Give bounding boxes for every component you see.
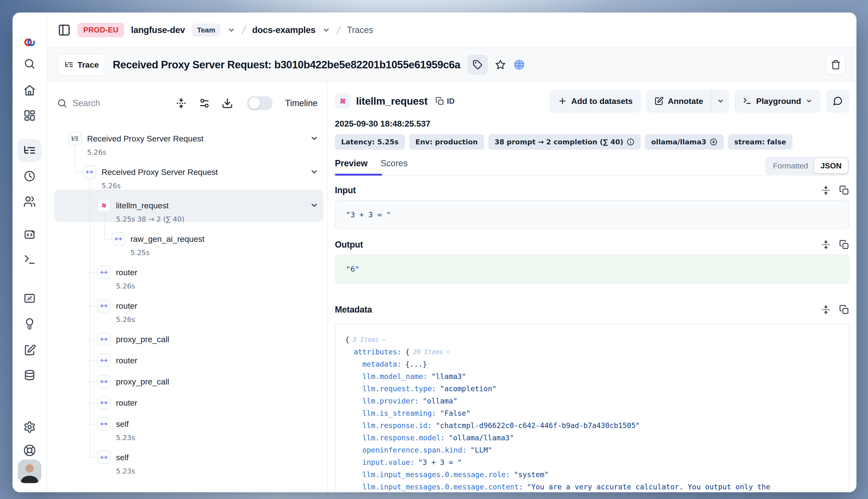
- annotate-button[interactable]: Annotate: [646, 89, 711, 113]
- json-line: llm.input_messages.0.message.content:"Yo…: [345, 481, 839, 492]
- download-icon[interactable]: [222, 97, 233, 109]
- filter-settings-icon[interactable]: [198, 97, 210, 109]
- metric-badge-label: Env: production: [415, 138, 478, 146]
- annotation-clipboard-pen-icon[interactable]: [23, 344, 36, 356]
- breadcrumb-project[interactable]: docs-examples: [252, 25, 315, 35]
- annotate-dropdown-button[interactable]: [711, 89, 729, 113]
- lightbulb-icon[interactable]: [23, 318, 36, 331]
- collapse-icon[interactable]: [821, 305, 831, 315]
- chevron-down-icon[interactable]: [310, 134, 319, 143]
- chevron-down-icon[interactable]: [445, 349, 451, 355]
- json-key: llm.input_messages.0.message.content:: [362, 483, 523, 491]
- plus-circle-icon[interactable]: [710, 138, 718, 146]
- tab-preview[interactable]: Preview: [335, 157, 368, 168]
- list-tree-icon: [64, 60, 74, 69]
- tree-node-self[interactable]: self5.23s: [97, 417, 135, 442]
- timeline-toggle[interactable]: [247, 96, 272, 110]
- tree-connector: [89, 339, 97, 340]
- tree-node-label: litellm_request: [116, 199, 184, 212]
- tree-node-proxy-pre-call[interactable]: proxy_pre_call: [97, 375, 169, 388]
- collapse-all-icon[interactable]: [175, 97, 187, 109]
- breadcrumb-separator: /: [241, 24, 247, 37]
- search-icon: [57, 98, 68, 109]
- breadcrumb-page[interactable]: Traces: [347, 25, 373, 35]
- breadcrumb-org[interactable]: langfuse-dev: [131, 25, 185, 35]
- tree-node-router[interactable]: router5.26s: [97, 266, 137, 290]
- json-value: "LLM": [470, 446, 492, 454]
- tree-node-duration: 5.23s: [116, 434, 135, 442]
- tree-node-router[interactable]: router: [97, 354, 137, 367]
- playground-terminal-icon[interactable]: [23, 253, 36, 266]
- tree-node-router[interactable]: router5.26s: [97, 299, 137, 324]
- json-line: openinference.span.kind:"LLM": [345, 444, 839, 456]
- chevron-down-icon: [805, 97, 813, 105]
- json-key: llm.is_streaming:: [362, 409, 436, 417]
- sessions-clock-icon[interactable]: [23, 170, 36, 182]
- copy-icon[interactable]: [839, 240, 849, 250]
- dashboard-icon[interactable]: [23, 109, 36, 122]
- tab-scores[interactable]: Scores: [381, 157, 407, 168]
- metric-badge-label: Latency: 5.25s: [341, 138, 399, 146]
- search-icon[interactable]: [23, 58, 36, 70]
- collapse-icon[interactable]: [821, 240, 831, 250]
- chevron-down-icon[interactable]: [310, 168, 319, 176]
- home-icon[interactable]: [23, 84, 36, 97]
- span-icon: [97, 375, 111, 388]
- copy-icon[interactable]: [839, 305, 849, 315]
- tree-node-litellm-request[interactable]: litellm_request5.25s 38 → 2 (∑ 40): [97, 199, 184, 223]
- playground-button[interactable]: Playground: [734, 89, 821, 113]
- evaluation-percent-icon[interactable]: [23, 292, 36, 305]
- sidebar-toggle-icon[interactable]: [58, 24, 71, 37]
- copy-icon[interactable]: [839, 185, 849, 195]
- tree-toolbar: Timeline: [47, 82, 327, 125]
- search-input[interactable]: [73, 98, 150, 108]
- tree-connector: [75, 172, 83, 172]
- tree-node-self[interactable]: self5.23s: [97, 451, 135, 475]
- add-to-datasets-button[interactable]: Add to datasets: [550, 89, 641, 113]
- star-bookmark-icon[interactable]: [495, 59, 506, 70]
- tree-node-duration: 5.26s: [87, 148, 204, 156]
- metric-badge-label: stream: false: [734, 138, 786, 146]
- tree-node-proxy-pre-call[interactable]: proxy_pre_call: [97, 332, 169, 346]
- json-line: llm.response.model:"ollama/llama3": [345, 431, 839, 444]
- datasets-database-icon[interactable]: [23, 369, 36, 381]
- tree-node-received-proxy-server-request[interactable]: Received Proxy Server Request5.26s: [68, 132, 204, 156]
- settings-gear-icon[interactable]: [23, 421, 36, 433]
- chevron-down-icon[interactable]: [381, 337, 387, 343]
- format-option-json[interactable]: JSON: [814, 158, 848, 173]
- trace-title: Received Proxy Server Request: b3010b422…: [113, 59, 461, 71]
- span-icon: [97, 354, 111, 367]
- chevron-down-icon[interactable]: [322, 26, 330, 34]
- json-line: llm.input_messages.0.message.role:"syste…: [345, 468, 839, 481]
- info-icon[interactable]: [627, 138, 634, 146]
- json-value: "llama3": [431, 372, 466, 381]
- sidebar-item-traces[interactable]: [18, 139, 41, 162]
- user-avatar[interactable]: [18, 460, 41, 483]
- users-icon[interactable]: [23, 195, 36, 208]
- chevron-down-icon[interactable]: [227, 26, 235, 34]
- collapse-icon[interactable]: [821, 185, 831, 195]
- json-line: metadata:{...}: [345, 358, 839, 370]
- tree-node-raw-gen-ai-request[interactable]: raw_gen_ai_request5.25s: [112, 232, 205, 257]
- env-badge: PROD-EU: [77, 23, 124, 37]
- format-option-formatted[interactable]: Formatted: [767, 158, 814, 173]
- json-value: "ollama/llama3": [449, 434, 514, 442]
- json-key: llm.provider:: [362, 397, 419, 405]
- detail-scroll-area[interactable]: Input "3 + 3 = " Output: [335, 175, 849, 492]
- delete-trace-button[interactable]: [826, 54, 846, 75]
- detail-tabs: Preview Scores Formatted JSON: [335, 157, 849, 175]
- tree-node-received-proxy-server-request[interactable]: Received Proxy Server Request5.26s: [83, 165, 218, 190]
- copy-id-button[interactable]: ID: [436, 97, 455, 106]
- json-key: openinference.span.kind:: [362, 446, 466, 454]
- tag-button[interactable]: [467, 54, 488, 75]
- support-lifebuoy-icon[interactable]: [23, 444, 36, 457]
- observation-title: litellm_request: [356, 95, 428, 107]
- tree-node-router[interactable]: router: [97, 396, 137, 410]
- prompts-file-code-icon[interactable]: [23, 228, 36, 241]
- org-logo-icon[interactable]: [24, 37, 35, 48]
- comments-button[interactable]: [826, 89, 849, 113]
- public-globe-icon[interactable]: [513, 59, 525, 71]
- observation-timestamp: 2025-09-30 18:48:25.537: [335, 119, 849, 129]
- tree-node-duration: 5.25s 38 → 2 (∑ 40): [116, 215, 184, 223]
- chevron-down-icon[interactable]: [310, 201, 319, 209]
